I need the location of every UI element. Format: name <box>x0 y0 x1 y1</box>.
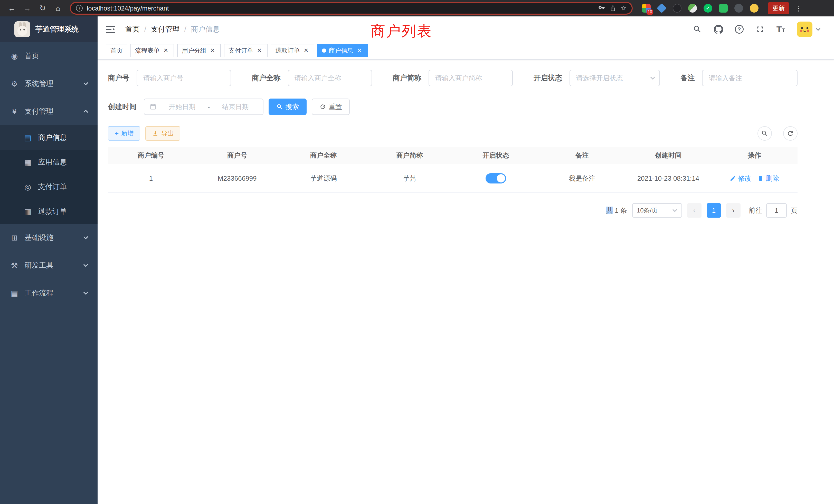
search-icon[interactable] <box>693 25 702 34</box>
close-icon[interactable]: ✕ <box>162 47 170 54</box>
reset-button[interactable]: 重置 <box>312 98 350 115</box>
remark-input[interactable] <box>702 70 797 86</box>
reset-button-label: 重置 <box>329 102 342 111</box>
key-icon[interactable] <box>598 5 605 12</box>
date-range-picker[interactable]: 开始日期 - 结束日期 <box>144 98 263 115</box>
tab-merchant-info[interactable]: 商户信息✕ <box>317 44 368 57</box>
full-name-input[interactable] <box>288 70 372 86</box>
cell-merchant-id: 1 <box>108 175 194 182</box>
remark-label: 备注 <box>680 73 695 83</box>
page-info-icon[interactable]: i <box>76 5 83 12</box>
extension-icon[interactable] <box>657 3 666 13</box>
tab-pay-order[interactable]: 支付订单✕ <box>224 44 267 57</box>
status-select[interactable] <box>570 70 660 86</box>
cell-remark: 我是备注 <box>539 174 625 183</box>
tab-label: 用户分组 <box>182 46 206 55</box>
sidebar-item-label: 系统管理 <box>25 79 53 89</box>
page-number-button[interactable]: 1 <box>707 203 721 217</box>
sidebar-item-label: 应用信息 <box>38 157 67 167</box>
status-select-input[interactable] <box>570 70 660 86</box>
search-icon <box>276 104 283 110</box>
font-size-icon[interactable]: TT <box>776 25 785 33</box>
date-start-placeholder[interactable]: 开始日期 <box>160 102 205 111</box>
date-separator: - <box>208 103 210 111</box>
browser-toolbar: ← → ↻ ⌂ i localhost:1024/pay/merchant ☆ … <box>0 0 834 17</box>
table-header-row: 商户编号 商户号 商户全称 商户简称 开启状态 备注 创建时间 操作 <box>108 147 797 164</box>
close-icon[interactable]: ✕ <box>209 47 216 54</box>
page-size-select[interactable]: 10条/页 <box>632 203 682 217</box>
tab-refund-order[interactable]: 退款订单✕ <box>271 44 314 57</box>
tab-user-group[interactable]: 用户分组✕ <box>177 44 221 57</box>
bookmark-star-icon[interactable]: ☆ <box>621 4 627 12</box>
reload-icon[interactable]: ↻ <box>36 2 49 15</box>
calendar-icon <box>150 103 157 110</box>
pencil-icon <box>730 175 736 181</box>
browser-menu-icon[interactable]: ⋮ <box>794 4 803 13</box>
user-avatar[interactable] <box>797 22 821 37</box>
sidebar-item-label: 支付管理 <box>25 107 53 116</box>
close-icon[interactable]: ✕ <box>303 47 310 54</box>
prev-page-button[interactable]: ‹ <box>687 203 702 217</box>
sidebar-item-merchant-info[interactable]: ▤ 商户信息 <box>0 125 97 150</box>
workflow-icon: ▤ <box>10 289 19 298</box>
search-button-label: 搜索 <box>286 102 299 111</box>
delete-button[interactable]: 删除 <box>758 174 779 183</box>
total-suffix: 条 <box>620 207 627 214</box>
close-icon[interactable]: ✕ <box>356 47 363 54</box>
sidebar-item-app-info[interactable]: ▦ 应用信息 <box>0 150 97 175</box>
refresh-table-icon[interactable] <box>783 126 797 141</box>
merchant-no-input[interactable] <box>137 70 231 86</box>
extension-icon[interactable] <box>719 4 728 13</box>
sidebar-item-refund-order[interactable]: ▥ 退款订单 <box>0 199 97 224</box>
share-icon[interactable] <box>609 5 616 12</box>
extension-icon[interactable] <box>734 4 743 13</box>
sidebar-item-home[interactable]: ◉ 首页 <box>0 42 97 70</box>
date-end-placeholder[interactable]: 结束日期 <box>213 102 258 111</box>
url-text[interactable]: localhost:1024/pay/merchant <box>87 5 594 12</box>
close-icon[interactable]: ✕ <box>256 47 263 54</box>
chevron-down-icon <box>650 75 655 81</box>
extension-icon[interactable]: 10 <box>642 4 651 13</box>
back-icon[interactable]: ← <box>5 2 19 15</box>
column-header: 备注 <box>539 151 625 160</box>
tab-process-form[interactable]: 流程表单✕ <box>130 44 174 57</box>
toggle-search-icon[interactable] <box>758 126 772 141</box>
delete-label: 删除 <box>766 174 779 183</box>
hamburger-icon[interactable] <box>106 24 116 35</box>
app-logo[interactable]: 芋道管理系统 <box>0 17 97 42</box>
goto-page: 前往 页 <box>749 203 797 217</box>
sidebar-item-infrastructure[interactable]: ⊞ 基础设施 <box>0 224 97 251</box>
url-bar[interactable]: i localhost:1024/pay/merchant ☆ <box>70 2 633 15</box>
short-name-input[interactable] <box>429 70 513 86</box>
extension-icon[interactable] <box>673 4 681 13</box>
sidebar-item-pay-order[interactable]: ◎ 支付订单 <box>0 175 97 199</box>
sidebar-item-devtools[interactable]: ⚒ 研发工具 <box>0 251 97 279</box>
home-icon[interactable]: ⌂ <box>51 2 65 15</box>
sidebar-item-system[interactable]: ⚙ 系统管理 <box>0 70 97 97</box>
sidebar-item-workflow[interactable]: ▤ 工作流程 <box>0 279 97 307</box>
emoji-extension-icon[interactable] <box>750 4 759 13</box>
sidebar: 芋道管理系统 ◉ 首页 ⚙ 系统管理 ¥ 支付管理 ▤ 商户信息 <box>0 17 97 504</box>
goto-page-input[interactable] <box>766 203 787 217</box>
tab-home[interactable]: 首页 <box>106 44 127 57</box>
browser-update-button[interactable]: 更新 <box>768 2 789 14</box>
edit-button[interactable]: 修改 <box>730 174 751 183</box>
merchant-no-label: 商户号 <box>108 73 129 83</box>
merchant-table: 商户编号 商户号 商户全称 商户简称 开启状态 备注 创建时间 操作 1 M23… <box>108 147 797 193</box>
status-toggle[interactable] <box>486 173 506 183</box>
fullscreen-icon[interactable] <box>755 25 765 34</box>
breadcrumb-home[interactable]: 首页 <box>125 24 140 34</box>
forward-icon[interactable]: → <box>21 2 34 15</box>
breadcrumb-payment[interactable]: 支付管理 <box>151 24 180 34</box>
sidebar-item-payment[interactable]: ¥ 支付管理 <box>0 97 97 125</box>
filter-row-1: 商户号 商户全称 商户简称 开启状态 <box>108 70 797 86</box>
add-button[interactable]: + 新增 <box>108 126 140 141</box>
help-icon[interactable]: ? <box>735 25 744 33</box>
extension-icon[interactable]: ✓ <box>704 4 712 13</box>
extension-icon[interactable] <box>688 4 697 13</box>
search-button[interactable]: 搜索 <box>269 98 307 115</box>
github-icon[interactable] <box>714 25 723 34</box>
next-page-button[interactable]: › <box>726 203 741 217</box>
export-button[interactable]: 导出 <box>145 126 180 141</box>
total-count: 1 <box>615 207 618 214</box>
